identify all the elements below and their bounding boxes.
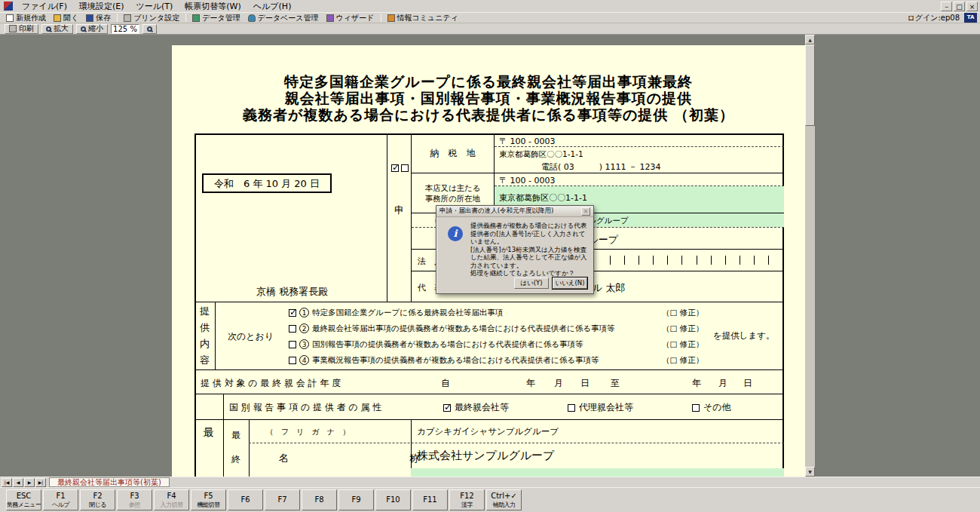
- teikyo-vertical-header: 提 供 内 容: [194, 302, 216, 369]
- form-tab-bar: |◀ ◀ ▶ ▶| 最終親会社等届出事項等(初葉): [0, 477, 980, 487]
- circled-number-1: 1: [299, 308, 309, 317]
- provider-attribute-row: 国 別 報 告 事 項 の 提 供 者 の 属 性 最終親会社等 代理親会社等 …: [194, 394, 784, 419]
- nav-prev-button[interactable]: ◀: [13, 478, 23, 487]
- save-disk-icon: [86, 14, 93, 22]
- menu-help[interactable]: ヘルプ(H): [247, 1, 298, 12]
- function-key-f11[interactable]: F11: [412, 489, 448, 510]
- teikyo-checkbox-3[interactable]: [289, 341, 296, 348]
- teikyo-checkbox-2[interactable]: [289, 325, 296, 333]
- function-key-esc[interactable]: ESC業務メニュー: [6, 489, 41, 510]
- menu-file[interactable]: ファイル(F): [16, 1, 73, 12]
- tax-address-value[interactable]: 東京都葛飾区〇〇1-1-1: [499, 149, 583, 160]
- group-name-value[interactable]: 株式会社サンプルグループ: [417, 449, 554, 463]
- circled-number-3: 3: [299, 339, 309, 349]
- head-office-address-value: 東京都葛飾区〇〇1-1-1: [499, 192, 587, 204]
- tax-office-field[interactable]: 京橋 税務署長殿: [256, 285, 328, 299]
- menu-settings[interactable]: 環境設定(E): [73, 1, 130, 12]
- nav-last-button[interactable]: ▶|: [35, 478, 46, 487]
- strip-checkbox-1[interactable]: [391, 164, 399, 172]
- close-button[interactable]: ×: [966, 2, 978, 11]
- attribute-option-surrogate-parent[interactable]: 代理親会社等: [568, 401, 633, 414]
- correction-checkbox-4[interactable]: （□ 修正）: [662, 355, 703, 366]
- year-label: 年: [526, 377, 535, 390]
- minimize-button[interactable]: －: [941, 2, 952, 11]
- correction-checkbox-2[interactable]: （□ 修正）: [662, 323, 703, 334]
- save-button[interactable]: 保存: [82, 13, 115, 23]
- group-furigana-value[interactable]: カブシキガイシャサンプルグループ: [417, 426, 559, 437]
- function-key-f5[interactable]: F5機能切替: [191, 489, 226, 510]
- strip-checkbox-2[interactable]: [401, 164, 409, 172]
- document-area: 特定多国籍企業グループに係る最終親会社等届出事項兼最終 親会社等届出事項・国別報…: [0, 35, 980, 477]
- correction-checkbox-3[interactable]: （□ 修正）: [662, 339, 703, 350]
- group-name-label: 名称: [279, 452, 430, 465]
- function-key-f12[interactable]: F12漢字: [449, 489, 485, 510]
- main-toolbar: 新規作成 開く 保存 プリンタ設定 データ管理 データベース管理 ウィザード 情…: [0, 13, 980, 23]
- zoom-level-field[interactable]: 125 %: [111, 24, 139, 34]
- teikyo-checkbox-1[interactable]: [289, 309, 296, 317]
- submission-date-field[interactable]: 令和 6 年 10 月 20 日: [202, 173, 332, 193]
- function-key-f10[interactable]: F10: [375, 489, 411, 510]
- scroll-down-button[interactable]: ▼: [805, 467, 815, 477]
- function-key-f6[interactable]: F6: [228, 489, 263, 510]
- yes-button[interactable]: はい(Y): [514, 277, 549, 289]
- function-key-f2[interactable]: F2閉じる: [80, 489, 115, 510]
- app-icon: [4, 2, 13, 11]
- wizard-button[interactable]: ウィザード: [323, 13, 378, 23]
- zoom-select-button[interactable]: [142, 24, 157, 34]
- group-furigana-label: （ フ リ ガ ナ ）: [266, 427, 350, 437]
- function-key-f1[interactable]: F1ヘルプ: [43, 489, 78, 510]
- printer-setup-button[interactable]: プリンタ設定: [120, 13, 183, 23]
- no-button[interactable]: いいえ(N): [553, 277, 587, 289]
- function-key-f3[interactable]: F3参照: [117, 489, 152, 510]
- nav-next-button[interactable]: ▶: [24, 478, 35, 487]
- form-tab[interactable]: 最終親会社等届出事項等(初葉): [49, 477, 170, 487]
- dialog-title: 申請・届出書の達人(令和元年度以降用): [439, 207, 553, 216]
- fiscal-from-label: 自: [441, 377, 450, 390]
- zoom-out-button[interactable]: 縮小: [76, 24, 108, 34]
- teikyo-item-2: 2 最終親会社等届出事項の提供義務者が複数ある場合における代表提供者に係る事項等…: [289, 320, 781, 336]
- teikyo-item-1: 1 特定多国籍企業グループに係る最終親会社等届出事項 （□ 修正）: [289, 305, 781, 320]
- restore-button[interactable]: □: [954, 2, 965, 11]
- data-management-button[interactable]: データ管理: [188, 13, 243, 23]
- function-key-ctrl-aux[interactable]: Ctrl+✓補助入力: [486, 489, 522, 510]
- scroll-up-button[interactable]: ▲: [805, 35, 815, 44]
- head-office-postal-value[interactable]: 〒 100 - 0003: [499, 175, 555, 186]
- attribute-checkbox-1[interactable]: [443, 404, 451, 412]
- next-input-field[interactable]: [411, 468, 784, 477]
- attribute-option-other[interactable]: その他: [692, 401, 731, 414]
- print-button[interactable]: 印刷: [5, 24, 38, 34]
- menu-form-switch[interactable]: 帳票切替等(W): [179, 1, 247, 12]
- function-key-f4[interactable]: F4入力切替: [154, 489, 189, 510]
- info-community-button[interactable]: 情報コミュニティ: [384, 13, 462, 23]
- zoom-in-button[interactable]: 拡大: [41, 24, 73, 34]
- function-key-f7[interactable]: F7: [265, 489, 300, 510]
- function-key-f9[interactable]: F9: [338, 489, 374, 510]
- month-label: 月: [554, 377, 563, 390]
- attribute-checkbox-2[interactable]: [568, 404, 575, 412]
- tax-postal-value[interactable]: 〒 100 - 0003: [499, 136, 555, 147]
- open-button[interactable]: 開く: [50, 13, 82, 23]
- correction-checkbox-1[interactable]: （□ 修正）: [662, 308, 703, 318]
- tax-phone-value[interactable]: 電話( 03 ) 1111 － 1234: [541, 161, 661, 173]
- login-status: ログイン:ep08: [907, 13, 960, 23]
- function-key-f8[interactable]: F8: [302, 489, 337, 510]
- info-community-icon: [387, 14, 395, 22]
- form-title-line3: 義務者が複数ある場合における代表提供者に係る事項等の提供 （初葉）: [172, 106, 805, 125]
- zoom-out-icon: [81, 26, 86, 32]
- new-button[interactable]: 新規作成: [2, 13, 50, 23]
- month-label: 月: [718, 377, 727, 390]
- attribute-option-ultimate-parent[interactable]: 最終親会社等: [443, 401, 509, 414]
- scrollbar-thumb[interactable]: [805, 44, 815, 126]
- teikyo-checkbox-4[interactable]: [289, 357, 296, 364]
- attribute-checkbox-3[interactable]: [692, 404, 700, 412]
- strip-checkboxes: [391, 164, 409, 172]
- database-management-button[interactable]: データベース管理: [244, 13, 323, 23]
- dialog-title-bar[interactable]: 申請・届出書の達人(令和元年度以降用) ×: [436, 206, 593, 217]
- fiscal-year-label: 提 供 対 象 の 最 終 親 会 計 年 度: [201, 377, 341, 390]
- dialog-message-line1: 提供義務者が複数ある場合における代表提供者の[法人番号]が正しく入力されていませ…: [470, 222, 590, 246]
- dialog-close-icon[interactable]: ×: [581, 207, 590, 216]
- nav-first-button[interactable]: |◀: [2, 478, 12, 487]
- corporate-number-field[interactable]: [596, 253, 782, 267]
- vertical-scrollbar[interactable]: ▲ ▼: [805, 35, 815, 477]
- menu-tools[interactable]: ツール(T): [130, 1, 179, 12]
